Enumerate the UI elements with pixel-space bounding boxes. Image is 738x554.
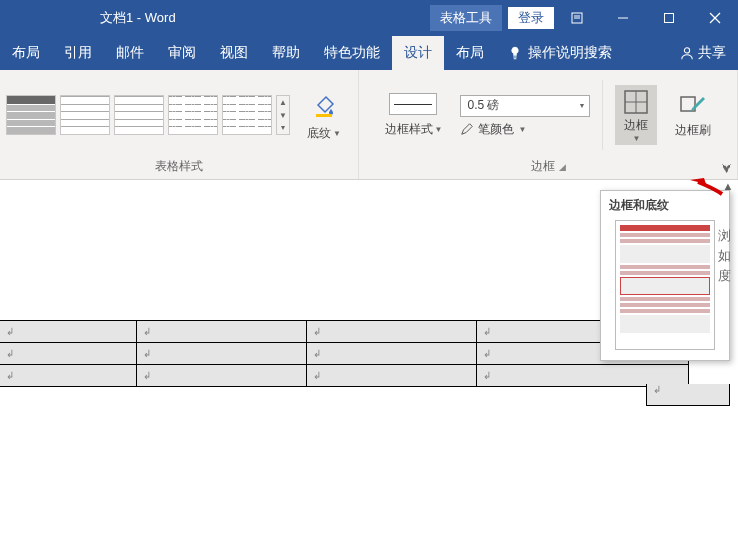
- table-cell[interactable]: ↲: [136, 365, 306, 387]
- group-borders: 边框样式▼ 0.5 磅 ▼ 笔颜色 ▼ 边框 ▼: [359, 70, 738, 179]
- share-button[interactable]: 共享: [668, 36, 738, 70]
- table-cell[interactable]: ↲: [136, 321, 306, 343]
- border-painter-button[interactable]: 边框刷: [669, 90, 717, 141]
- person-icon: [680, 46, 694, 60]
- chevron-down-icon: ▼: [579, 102, 586, 109]
- svg-point-5: [684, 48, 689, 53]
- side-hint-text: 浏 如 度: [718, 226, 731, 286]
- svg-rect-2: [665, 14, 674, 23]
- ribbon-collapse-button[interactable]: ⮟: [720, 161, 734, 175]
- dialog-launcher-icon[interactable]: ◢: [559, 162, 566, 172]
- table-cell[interactable]: ↲: [306, 343, 476, 365]
- style-thumb[interactable]: [222, 95, 272, 135]
- tab-layout-page[interactable]: 布局: [0, 36, 52, 70]
- style-thumb[interactable]: [60, 95, 110, 135]
- borders-button[interactable]: 边框 ▼: [615, 85, 657, 145]
- style-thumb[interactable]: [168, 95, 218, 135]
- tab-special[interactable]: 特色功能: [312, 36, 392, 70]
- table-cell[interactable]: ↲: [306, 365, 476, 387]
- border-painter-label: 边框刷: [675, 122, 711, 139]
- maximize-button[interactable]: [646, 0, 692, 36]
- table-cell[interactable]: ↲: [0, 343, 136, 365]
- ribbon: ▲▼▾ 底纹▼ 表格样式 边框样式▼ 0.5 磅 ▼: [0, 70, 738, 180]
- tab-design[interactable]: 设计: [392, 36, 444, 70]
- shading-label: 底纹: [307, 125, 331, 142]
- border-style-preview: [389, 93, 437, 115]
- style-thumb[interactable]: [6, 95, 56, 135]
- share-label: 共享: [698, 44, 726, 62]
- chevron-down-icon: ▼: [518, 125, 526, 134]
- border-weight-value: 0.5 磅: [467, 97, 499, 114]
- tell-me-label: 操作说明搜索: [528, 44, 612, 62]
- tell-me-search[interactable]: 操作说明搜索: [496, 36, 624, 70]
- border-weight-combo[interactable]: 0.5 磅 ▼: [460, 95, 590, 117]
- chevron-down-icon: ▼: [333, 129, 341, 138]
- gallery-more-button[interactable]: ▲▼▾: [276, 95, 290, 135]
- table-cell[interactable]: ↲: [0, 321, 136, 343]
- border-style-label: 边框样式: [385, 121, 433, 138]
- tab-layout-table[interactable]: 布局: [444, 36, 496, 70]
- group-label-table-styles: 表格样式: [155, 158, 203, 175]
- group-table-styles: ▲▼▾ 底纹▼ 表格样式: [0, 70, 359, 179]
- table-cell[interactable]: ↲: [646, 384, 730, 406]
- tab-references[interactable]: 引用: [52, 36, 104, 70]
- chevron-down-icon: ▼: [435, 125, 443, 134]
- tab-mailings[interactable]: 邮件: [104, 36, 156, 70]
- chevron-down-icon: ▼: [632, 134, 640, 143]
- table-cell[interactable]: ↲: [0, 365, 136, 387]
- borders-shading-tooltip: 边框和底纹: [600, 190, 730, 361]
- table-row[interactable]: ↲ ↲ ↲ ↲: [0, 365, 689, 387]
- tab-view[interactable]: 视图: [208, 36, 260, 70]
- borders-icon: [621, 87, 651, 117]
- close-button[interactable]: [692, 0, 738, 36]
- tooltip-preview: [615, 220, 715, 350]
- pen-color-button[interactable]: 笔颜色 ▼: [460, 121, 590, 138]
- tooltip-title: 边框和底纹: [609, 197, 721, 214]
- annotation-arrow: [688, 176, 724, 196]
- ribbon-tabs: 布局 引用 邮件 审阅 视图 帮助 特色功能 设计 布局 操作说明搜索 共享: [0, 36, 738, 70]
- tab-review[interactable]: 审阅: [156, 36, 208, 70]
- ribbon-options-button[interactable]: [554, 0, 600, 36]
- titlebar: 文档1 - Word 表格工具 登录: [0, 0, 738, 36]
- table-row[interactable]: ↲ ↲ ↲ ↲: [0, 343, 689, 365]
- table-cell[interactable]: ↲: [306, 321, 476, 343]
- table-cell[interactable]: ↲: [136, 343, 306, 365]
- table-styles-gallery[interactable]: ▲▼▾: [6, 95, 290, 135]
- lightbulb-icon: [508, 46, 522, 60]
- context-tab-table-tools[interactable]: 表格工具: [430, 5, 502, 31]
- shading-button[interactable]: 底纹▼: [296, 87, 352, 144]
- login-button[interactable]: 登录: [508, 7, 554, 29]
- pen-color-label: 笔颜色: [478, 121, 514, 138]
- table-row[interactable]: ↲ ↲ ↲ ↲: [0, 321, 689, 343]
- borders-label: 边框: [624, 118, 648, 132]
- border-painter-icon: [678, 92, 708, 122]
- group-label-borders: 边框: [531, 158, 555, 175]
- pen-icon: [460, 122, 474, 136]
- minimize-button[interactable]: [600, 0, 646, 36]
- style-thumb[interactable]: [114, 95, 164, 135]
- border-style-button[interactable]: 边框样式▼: [379, 91, 449, 140]
- paint-bucket-icon: [307, 89, 341, 123]
- svg-rect-6: [316, 114, 332, 117]
- window-title: 文档1 - Word: [100, 9, 176, 27]
- document-table[interactable]: ↲ ↲ ↲ ↲ ↲ ↲ ↲ ↲ ↲ ↲ ↲ ↲: [0, 320, 689, 387]
- tab-help[interactable]: 帮助: [260, 36, 312, 70]
